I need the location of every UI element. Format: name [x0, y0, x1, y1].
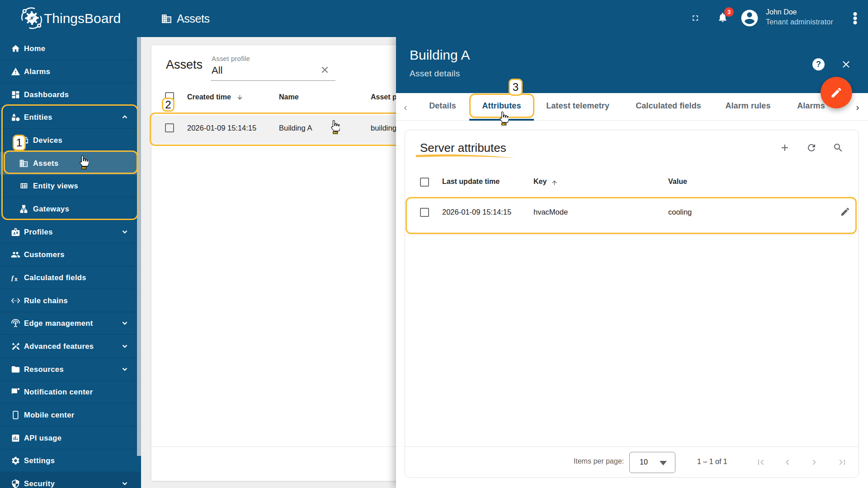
svg-text:x: x — [14, 276, 18, 282]
svg-text:f: f — [11, 274, 14, 281]
